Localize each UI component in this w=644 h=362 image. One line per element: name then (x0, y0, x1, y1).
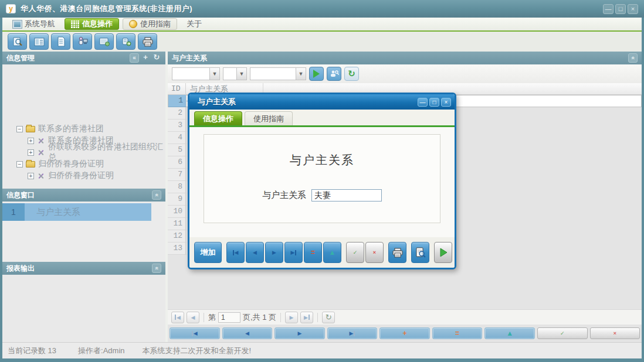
info-management-panel-header: 信息管理 « + ↻ (2, 52, 165, 64)
data-export-button[interactable] (116, 33, 135, 50)
play-icon (313, 70, 320, 78)
tab-about[interactable]: 关于 (181, 18, 208, 30)
tab-information-operations[interactable]: 信息操作 (65, 18, 119, 30)
pagination-bar: ◀ ◀ 第 页,共 1 页 ▶ ▶ ↻ (168, 309, 642, 325)
row-id-cell: 9 (168, 193, 186, 206)
tree-item[interactable]: −联系多的香港社团 (2, 123, 165, 135)
user-workstation-button[interactable] (73, 33, 92, 50)
dialog-add-button[interactable]: 增加 (194, 242, 222, 263)
folder-icon (26, 126, 35, 132)
dialog-cancel-button[interactable]: × (365, 242, 384, 263)
tree-item-label: 归侨侨眷身份证明 (38, 159, 104, 169)
record-navigator-bar: ◀◀▶▶+=▲✓× (168, 325, 642, 342)
form-heading: 与户主关系 (204, 152, 440, 168)
user-search-icon (330, 70, 339, 78)
screen-design-button[interactable] (94, 33, 114, 50)
dialog-minimize-button[interactable]: — (418, 98, 428, 107)
dialog-navigator-bar: 增加◀◀▶▶=▲✓× (189, 237, 455, 268)
collapse-toggle-icon[interactable]: − (16, 161, 23, 168)
collapse-up-icon[interactable]: « (152, 264, 161, 273)
record-count-status: 当前记录数 13 (8, 346, 56, 356)
edit-record-button[interactable]: ▲ (484, 327, 535, 339)
last-record-button[interactable]: ▶ (327, 327, 378, 339)
dialog-post-button[interactable]: ✓ (346, 242, 364, 263)
next-record-button[interactable]: ▶ (274, 327, 325, 339)
info-window-list: 1 与户主关系 (2, 202, 165, 262)
user-search-button[interactable] (327, 67, 341, 81)
row-id-cell: 12 (168, 230, 186, 243)
filter-select-3[interactable]: ▼ (250, 67, 306, 80)
dialog-title-bar: 与户主关系 — □ × (189, 94, 455, 110)
page-label: 第 (208, 312, 216, 323)
delete-record-button[interactable]: = (432, 327, 483, 339)
screen-design-icon (99, 37, 110, 47)
expand-toggle-icon[interactable]: + (28, 149, 34, 156)
row-id-cell: 7 (168, 169, 186, 181)
application-window: y 华人华侨、港澳台同胞信息管理系统(非注册用户) — □ × 系统导航 信息操… (0, 0, 644, 362)
tab-system-navigation[interactable]: 系统导航 (7, 18, 61, 30)
sidebar: 信息管理 « + ↻ −联系多的香港社团+联系多的香港社团+侨联联系较多的香港社… (2, 52, 165, 342)
dialog-delete-button[interactable]: = (304, 242, 322, 263)
printer-icon (392, 248, 404, 258)
search-document-button[interactable] (8, 33, 27, 50)
minimize-button[interactable]: — (603, 4, 614, 14)
dialog-body: 与户主关系 与户主关系 (189, 127, 455, 237)
row-id-cell: 11 (168, 218, 186, 230)
dialog-first-button[interactable]: ◀ (226, 242, 245, 263)
tree-item[interactable]: +归侨侨眷身份证明 (2, 170, 165, 182)
dialog-print-button[interactable] (388, 242, 406, 263)
run-query-button[interactable] (309, 67, 324, 81)
dialog-tab-guide[interactable]: 使用指南 (245, 111, 293, 125)
prev-page-button[interactable]: ◀ (187, 312, 199, 323)
page-number-input[interactable] (218, 312, 240, 323)
row-id-cell: 13 (168, 243, 186, 255)
refresh-icon[interactable]: ↻ (152, 53, 161, 63)
column-header-id[interactable]: ID (168, 83, 186, 94)
restore-button[interactable]: □ (615, 4, 626, 14)
collapse-panel-icon[interactable]: « (130, 53, 139, 63)
list-item[interactable]: 1 与户主关系 (2, 203, 151, 221)
first-record-button[interactable]: ◀ (170, 327, 220, 339)
prior-record-button[interactable]: ◀ (222, 327, 273, 339)
collapse-up-icon[interactable]: « (628, 53, 638, 63)
dialog-edit-button[interactable]: ▲ (323, 242, 341, 263)
dialog-tab-operations[interactable]: 信息操作 (194, 111, 242, 125)
tab-user-guide[interactable]: 使用指南 (123, 18, 177, 30)
dialog-next-button[interactable]: ▶ (265, 242, 283, 263)
report-output-panel-header: 报表输出 « (2, 262, 165, 275)
data-export-icon (121, 36, 131, 47)
filter-bar: ▼ ▼ ▼ (168, 64, 642, 83)
form-box: 与户主关系 与户主关系 (204, 134, 440, 223)
report-tools-icon (37, 137, 45, 145)
dialog-run-button[interactable] (434, 242, 452, 263)
first-page-button[interactable]: ◀ (171, 312, 184, 323)
tree-item[interactable]: +侨联联系较多的香港社团组织汇总 (2, 146, 165, 158)
printer-button[interactable] (138, 33, 157, 50)
filter-select-1[interactable]: ▼ (172, 67, 220, 80)
expand-toggle-icon[interactable]: + (28, 173, 34, 179)
post-record-button[interactable]: ✓ (537, 327, 588, 339)
dialog-prior-button[interactable]: ◀ (246, 242, 264, 263)
relation-field-input[interactable] (311, 189, 382, 202)
cancel-record-button[interactable]: × (590, 327, 640, 339)
refresh-button[interactable]: ↻ (344, 67, 359, 81)
dialog-preview-button[interactable] (411, 242, 429, 263)
row-id-cell: 5 (168, 144, 186, 156)
last-page-button[interactable]: ▶ (300, 312, 313, 323)
expand-toggle-icon[interactable]: + (28, 138, 34, 144)
form-view-button[interactable] (29, 33, 49, 50)
document-button[interactable] (51, 33, 70, 50)
dialog-close-button[interactable]: × (441, 98, 451, 107)
close-button[interactable]: × (628, 4, 638, 14)
relation-field-label: 与户主关系 (262, 190, 306, 201)
insert-record-button[interactable]: + (379, 327, 430, 339)
add-icon[interactable]: + (141, 53, 150, 63)
collapse-up-icon[interactable]: « (152, 190, 161, 200)
dialog-restore-button[interactable]: □ (429, 98, 439, 107)
next-page-button[interactable]: ▶ (285, 312, 298, 323)
collapse-toggle-icon[interactable]: − (16, 126, 23, 132)
dialog-last-button[interactable]: ▶ (284, 242, 303, 263)
reload-grid-button[interactable]: ↻ (322, 312, 335, 323)
filter-select-2[interactable]: ▼ (223, 67, 247, 80)
status-bar: 当前记录数 13 操作者:Admin 本系统支持二次开发和全新开发! (2, 342, 642, 358)
